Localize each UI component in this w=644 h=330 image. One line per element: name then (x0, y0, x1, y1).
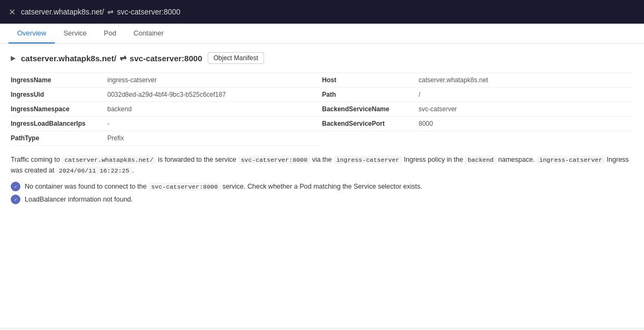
info-row-ingress-namespace: IngressNamespace backend (11, 102, 322, 117)
info-left: IngressName ingress-catserver IngressUid… (11, 73, 322, 146)
main-content: ▶ catserver.whatapk8s.net/ ⇌ svc-catserv… (0, 44, 644, 328)
object-manifest-button[interactable]: Object Manifest (208, 52, 264, 64)
traffic-description: Traffic coming to catserver.whatapk8s.ne… (11, 154, 633, 176)
tab-container[interactable]: Container (125, 24, 172, 44)
traffic-created-code: 2024/06/11 16:22:25 (56, 167, 132, 175)
svg-text:✓: ✓ (14, 184, 18, 189)
title-row: ▶ catserver.whatapk8s.net/ ⇌ svc-catserv… (11, 52, 633, 64)
diagram-area: + │ − ⊙ Namespace backend → Ingress ⊕ (0, 328, 644, 330)
info-row-host: Host catserver.whatapk8s.net (322, 73, 633, 88)
title-host: catserver.whatapk8s.net/ (21, 54, 116, 63)
warning-icon-1: ✓ (11, 182, 20, 191)
top-bar-host: catserver.whatapk8s.net/ (21, 8, 104, 16)
warning-row-1: ✓ No container was found to connect to t… (11, 182, 633, 191)
info-row-path-type: PathType Prefix (11, 131, 322, 146)
warning-text-1: No container was found to connect to the… (25, 183, 422, 190)
tab-pod[interactable]: Pod (96, 24, 125, 44)
tab-service[interactable]: Service (55, 24, 95, 44)
title-arrow: ⇌ (120, 53, 127, 63)
info-row-path: Path / (322, 88, 633, 102)
info-row-ingress-lb-ips: IngressLoadBalancerIps - (11, 117, 322, 131)
info-row-ingress-uid: IngressUid 0032d8ed-a29d-4bf4-9bc3-b525c… (11, 88, 322, 102)
traffic-host-code: catserver.whatapk8s.net/ (62, 156, 156, 164)
info-row-backend-service-name: BackendServiceName svc-catserver (322, 102, 633, 117)
close-icon[interactable]: ✕ (9, 7, 16, 17)
info-row-ingress-name: IngressName ingress-catserver (11, 73, 322, 88)
info-right: Host catserver.whatapk8s.net Path / Back… (322, 73, 633, 146)
warning-icon-2: ✓ (11, 195, 20, 204)
warning-text-2: LoadBalancer information not found. (25, 196, 133, 203)
title-service: svc-catserver:8000 (130, 54, 202, 63)
info-row-backend-service-port: BackendServicePort 8000 (322, 117, 633, 131)
traffic-service-code: svc-catserver:8000 (238, 156, 310, 164)
top-bar-title: catserver.whatapk8s.net/ ⇌ svc-catserver… (21, 8, 180, 16)
warning-row-2: ✓ LoadBalancer information not found. (11, 195, 633, 204)
traffic-ingress-code: ingress-catserver (334, 156, 402, 164)
info-grid: IngressName ingress-catserver IngressUid… (11, 73, 633, 146)
tabs-bar: Overview Service Pod Container (0, 24, 644, 44)
svg-text:✓: ✓ (14, 197, 18, 202)
top-bar: ✕ catserver.whatapk8s.net/ ⇌ svc-catserv… (0, 0, 644, 24)
traffic-namespace-code: backend (465, 156, 496, 164)
traffic-ingress2-code: ingress-catserver (537, 156, 605, 164)
page-title: catserver.whatapk8s.net/ ⇌ svc-catserver… (21, 53, 202, 63)
tab-overview[interactable]: Overview (9, 24, 55, 44)
top-bar-arrow: ⇌ (107, 8, 114, 16)
top-bar-service: svc-catserver:8000 (117, 8, 180, 16)
expand-chevron[interactable]: ▶ (11, 54, 16, 62)
